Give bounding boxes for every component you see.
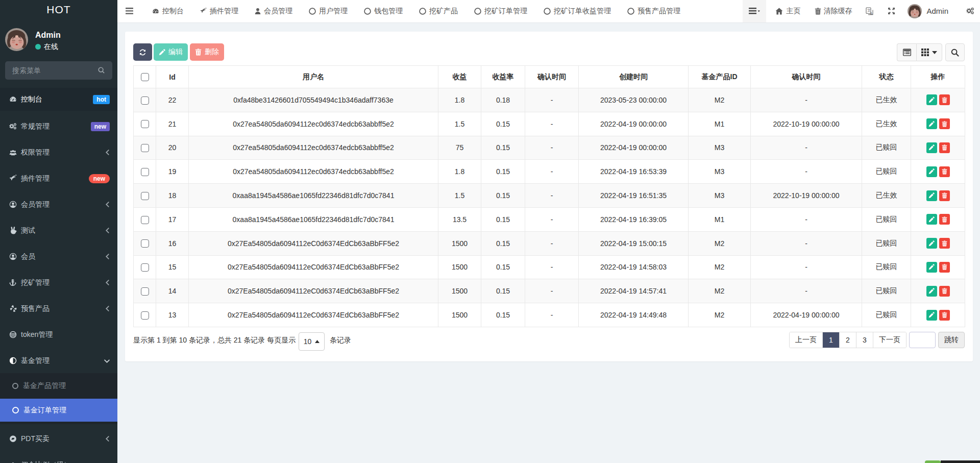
svg-text:A: A	[870, 11, 873, 15]
